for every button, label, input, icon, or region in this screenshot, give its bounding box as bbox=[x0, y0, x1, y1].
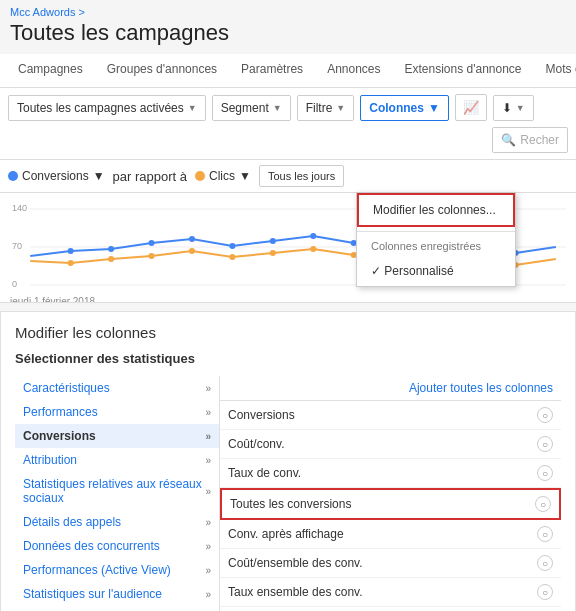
col-item-taux-ensemble: Taux ensemble des conv. ○ bbox=[220, 578, 561, 607]
stat-label: Statistiques sur l'audience bbox=[23, 587, 205, 601]
filter-campaigns-button[interactable]: Toutes les campagnes activées ▼ bbox=[8, 95, 206, 121]
legend-conversions[interactable]: Conversions ▼ bbox=[8, 169, 105, 183]
svg-point-23 bbox=[270, 250, 276, 256]
chevron-right-icon: » bbox=[205, 589, 211, 600]
chart-toggle-button[interactable]: 📈 bbox=[455, 94, 487, 121]
search-box[interactable]: 🔍 Recher bbox=[492, 127, 568, 153]
chevron-right-icon: » bbox=[205, 383, 211, 394]
filter-campaigns-label: Toutes les campagnes activées bbox=[17, 101, 184, 115]
col-item-label: Coût/ensemble des conv. bbox=[228, 556, 363, 570]
search-placeholder: Recher bbox=[520, 133, 559, 147]
modify-columns-modal: Modifier les colonnes Sélectionner des s… bbox=[0, 311, 576, 611]
chevron-down-icon: ▼ bbox=[336, 103, 345, 113]
col-item-conversions: Conversions ○ bbox=[220, 401, 561, 430]
tab-mots-cles[interactable]: Mots clés bbox=[534, 54, 576, 87]
tab-parametres[interactable]: Paramètres bbox=[229, 54, 315, 87]
chart-toolbar: Conversions ▼ par rapport à Clics ▼ Tous… bbox=[0, 160, 576, 193]
svg-point-9 bbox=[189, 236, 195, 242]
modal-title: Modifier les colonnes bbox=[15, 324, 561, 341]
metric1-label: Conversions bbox=[22, 169, 89, 183]
stat-item-historique[interactable]: Historique des modifications » bbox=[15, 606, 219, 611]
svg-point-18 bbox=[68, 260, 74, 266]
stat-item-appels[interactable]: Détails des appels » bbox=[15, 510, 219, 534]
stat-item-concurrents[interactable]: Données des concurrents » bbox=[15, 534, 219, 558]
col-item-cout-ensemble: Coût/ensemble des conv. ○ bbox=[220, 549, 561, 578]
add-column-button[interactable]: ○ bbox=[537, 436, 553, 452]
svg-point-22 bbox=[229, 254, 235, 260]
stat-item-performances[interactable]: Performances » bbox=[15, 400, 219, 424]
chevron-right-icon: » bbox=[205, 407, 211, 418]
svg-point-24 bbox=[310, 246, 316, 252]
col-item-label: Coût/conv. bbox=[228, 437, 284, 451]
segment-button[interactable]: Segment ▼ bbox=[212, 95, 291, 121]
right-scroll[interactable]: Conversions ○ Coût/conv. ○ Taux de conv.… bbox=[220, 401, 561, 611]
add-column-button[interactable]: ○ bbox=[537, 465, 553, 481]
stat-item-attribution[interactable]: Attribution » bbox=[15, 448, 219, 472]
add-column-button[interactable]: ○ bbox=[537, 407, 553, 423]
stat-label: Attribution bbox=[23, 453, 205, 467]
stat-item-reseaux[interactable]: Statistiques relatives aux réseaux socia… bbox=[15, 472, 219, 510]
comparison-label: par rapport à bbox=[113, 169, 187, 184]
colonnes-button[interactable]: Colonnes ▼ bbox=[360, 95, 449, 121]
stat-item-active-view[interactable]: Performances (Active View) » bbox=[15, 558, 219, 582]
col-item-label: Taux ensemble des conv. bbox=[228, 585, 363, 599]
stat-label: Caractéristiques bbox=[23, 381, 205, 395]
svg-text:70: 70 bbox=[12, 241, 22, 251]
add-column-button[interactable]: ○ bbox=[537, 526, 553, 542]
breadcrumb: Mcc Adwords > bbox=[0, 0, 576, 18]
modal-body: Caractéristiques » Performances » Conver… bbox=[15, 376, 561, 611]
svg-point-11 bbox=[270, 238, 276, 244]
stat-label: Données des concurrents bbox=[23, 539, 205, 553]
filter-button[interactable]: Filtre ▼ bbox=[297, 95, 355, 121]
chevron-right-icon: » bbox=[205, 541, 211, 552]
stat-item-audience[interactable]: Statistiques sur l'audience » bbox=[15, 582, 219, 606]
col-item-toutes-conv: Toutes les conversions ○ bbox=[220, 488, 561, 520]
segment-label: Segment bbox=[221, 101, 269, 115]
search-icon: 🔍 bbox=[501, 133, 516, 147]
svg-point-12 bbox=[310, 233, 316, 239]
period-button[interactable]: Tous les jours bbox=[259, 165, 344, 187]
left-col: Caractéristiques » Performances » Conver… bbox=[15, 376, 220, 611]
col-item-valeur-ensemble: Valeur ensemble des conv. » bbox=[220, 607, 561, 611]
colonnes-label: Colonnes bbox=[369, 101, 424, 115]
chevron-right-icon: » bbox=[205, 565, 211, 576]
chevron-down-icon: ▼ bbox=[93, 169, 105, 183]
filter-label: Filtre bbox=[306, 101, 333, 115]
chevron-right-icon: » bbox=[205, 455, 211, 466]
stat-item-caracteristiques[interactable]: Caractéristiques » bbox=[15, 376, 219, 400]
add-all-columns-button[interactable]: Ajouter toutes les colonnes bbox=[409, 381, 553, 395]
chevron-down-icon: ▼ bbox=[428, 101, 440, 115]
stat-label: Détails des appels bbox=[23, 515, 205, 529]
custom-columns-item[interactable]: ✓ Personnalisé bbox=[357, 256, 515, 286]
col-item-conv-affichage: Conv. après affichage ○ bbox=[220, 520, 561, 549]
tab-campagnes[interactable]: Campagnes bbox=[6, 54, 95, 87]
tab-annonces[interactable]: Annonces bbox=[315, 54, 392, 87]
modal-subtitle: Sélectionner des statistiques bbox=[15, 351, 561, 366]
add-column-button[interactable]: ○ bbox=[537, 555, 553, 571]
svg-point-10 bbox=[229, 243, 235, 249]
col-item-cout-conv: Coût/conv. ○ bbox=[220, 430, 561, 459]
svg-point-20 bbox=[148, 253, 154, 259]
stat-item-conversions[interactable]: Conversions » bbox=[15, 424, 219, 448]
stat-label: Conversions bbox=[23, 429, 205, 443]
svg-point-7 bbox=[108, 246, 114, 252]
legend-clics[interactable]: Clics ▼ bbox=[195, 169, 251, 183]
stat-label: Performances (Active View) bbox=[23, 563, 205, 577]
col-item-label: Conversions bbox=[228, 408, 295, 422]
toolbar: Toutes les campagnes activées ▼ Segment … bbox=[0, 88, 576, 160]
chevron-right-icon: » bbox=[205, 431, 211, 442]
right-col: Ajouter toutes les colonnes Conversions … bbox=[220, 376, 561, 611]
colonnes-dropdown-menu: Modifier les colonnes... Colonnes enregi… bbox=[356, 192, 516, 287]
modify-columns-item[interactable]: Modifier les colonnes... bbox=[357, 193, 515, 227]
chevron-down-icon: ▼ bbox=[516, 103, 525, 113]
add-column-button[interactable]: ○ bbox=[537, 584, 553, 600]
col-item-label: Taux de conv. bbox=[228, 466, 301, 480]
add-column-button[interactable]: ○ bbox=[535, 496, 551, 512]
col-item-taux-conv: Taux de conv. ○ bbox=[220, 459, 561, 488]
download-button[interactable]: ⬇ ▼ bbox=[493, 95, 534, 121]
right-header: Ajouter toutes les colonnes bbox=[220, 376, 561, 401]
stat-label: Statistiques relatives aux réseaux socia… bbox=[23, 477, 205, 505]
tab-groupes[interactable]: Groupes d'annonces bbox=[95, 54, 229, 87]
svg-point-8 bbox=[148, 240, 154, 246]
tab-extensions[interactable]: Extensions d'annonce bbox=[393, 54, 534, 87]
